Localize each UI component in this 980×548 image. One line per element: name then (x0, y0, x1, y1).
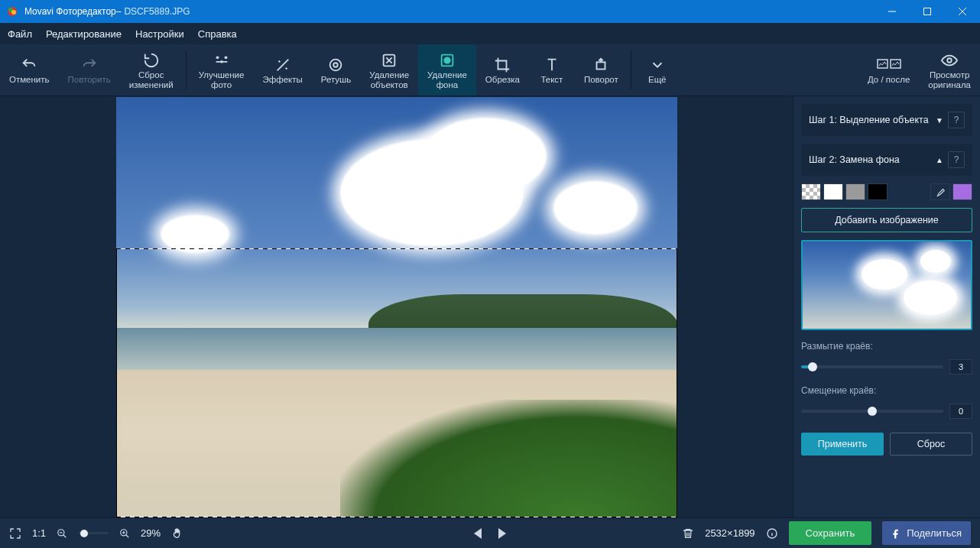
svg-point-15 (947, 58, 952, 63)
retouch-button[interactable]: Ретушь (312, 44, 361, 96)
rotate-button[interactable]: Поворот (575, 44, 628, 96)
share-button[interactable]: Поделиться (882, 521, 971, 545)
offset-value[interactable]: 0 (949, 404, 972, 419)
add-image-button[interactable]: Добавить изображение (801, 208, 972, 232)
redo-button[interactable]: Повторить (59, 44, 120, 96)
swatch-grey[interactable] (845, 183, 865, 200)
view-original-button[interactable]: Просмотр оригинала (919, 44, 980, 96)
file-name: DSCF5889.JPG (124, 6, 190, 17)
zoom-out-button[interactable] (57, 528, 67, 539)
swatch-black[interactable] (868, 183, 888, 200)
svg-point-7 (330, 60, 342, 71)
photo-preview (116, 97, 677, 517)
facebook-icon (891, 528, 902, 539)
effects-button[interactable]: Эффекты (253, 44, 311, 96)
scale-11-button[interactable]: 1:1 (32, 527, 46, 539)
delete-objects-button[interactable]: Удаление объектов (360, 44, 418, 96)
eyedropper-button[interactable] (930, 183, 950, 200)
swatch-white[interactable] (823, 183, 843, 200)
chevron-up-icon: ▲ (936, 156, 943, 164)
zoom-slider[interactable] (78, 532, 109, 534)
svg-rect-3 (924, 8, 931, 15)
enhance-button[interactable]: Улучшение фото (190, 44, 254, 96)
zoom-in-button[interactable] (119, 528, 130, 539)
info-button[interactable] (766, 527, 778, 540)
text-button[interactable]: Текст (529, 44, 575, 96)
step-1-header[interactable]: Шаг 1: Выделение объекта ▼ ? (801, 104, 972, 136)
close-button[interactable] (945, 0, 980, 23)
svg-point-2 (11, 10, 16, 15)
step-1-help-button[interactable]: ? (948, 112, 965, 128)
toolbar-separator (186, 50, 187, 89)
blur-slider[interactable] (801, 365, 943, 368)
offset-label: Смещение краёв: (801, 385, 972, 396)
svg-point-11 (444, 57, 449, 63)
minimize-button[interactable] (875, 0, 910, 23)
menu-file[interactable]: Файл (8, 28, 32, 40)
apply-button[interactable]: Применить (801, 433, 884, 456)
right-panel: Шаг 1: Выделение объекта ▼ ? Шаг 2: Заме… (793, 96, 980, 517)
blur-value[interactable]: 3 (949, 359, 972, 375)
background-swatches (801, 183, 972, 200)
menubar: Файл Редактирование Настройки Справка (0, 23, 980, 44)
menu-edit[interactable]: Редактирование (46, 28, 122, 40)
offset-slider[interactable] (801, 410, 943, 413)
next-image-button[interactable] (497, 528, 506, 539)
statusbar: 1:1 29% 2532×1899 Сохранить Поделиться (0, 517, 980, 548)
background-thumbnail[interactable] (801, 240, 972, 330)
hand-tool-button[interactable] (171, 527, 183, 540)
title-separator: – (116, 6, 122, 17)
prev-image-button[interactable] (474, 528, 483, 539)
trash-button[interactable] (682, 527, 694, 540)
titlebar: Movavi Фоторедактор – DSCF5889.JPG (0, 0, 980, 23)
before-after-button[interactable]: До / после (858, 44, 919, 96)
workspace: Шаг 1: Выделение объекта ▼ ? Шаг 2: Заме… (0, 96, 980, 517)
reset-button[interactable]: Сброс (890, 433, 972, 456)
more-button[interactable]: Ещё (634, 44, 680, 96)
image-dimensions: 2532×1899 (705, 527, 754, 539)
app-title: Movavi Фоторедактор (24, 6, 116, 17)
toolbar-separator (631, 50, 631, 89)
reset-changes-button[interactable]: Сброс изменений (120, 44, 183, 96)
undo-button[interactable]: Отменить (0, 44, 59, 96)
delete-background-button[interactable]: Удаление фона (418, 44, 476, 96)
chevron-down-icon: ▼ (936, 116, 943, 125)
swatch-transparent[interactable] (801, 183, 821, 200)
svg-point-8 (334, 63, 339, 67)
crop-button[interactable]: Обрезка (476, 44, 529, 96)
step-2-help-button[interactable]: ? (948, 151, 965, 168)
save-button[interactable]: Сохранить (789, 521, 872, 545)
toolbar: Отменить Повторить Сброс изменений Улучш… (0, 44, 980, 96)
menu-settings[interactable]: Настройки (135, 28, 184, 40)
maximize-button[interactable] (910, 0, 945, 23)
step-2-header[interactable]: Шаг 2: Замена фона ▲ ? (801, 144, 972, 176)
blur-label: Размытие краёв: (801, 341, 972, 352)
canvas-area[interactable] (0, 96, 793, 517)
svg-rect-12 (597, 63, 605, 70)
swatch-custom-color[interactable] (952, 183, 972, 200)
app-logo-icon (6, 5, 18, 18)
zoom-percent: 29% (141, 527, 161, 539)
menu-help[interactable]: Справка (198, 28, 237, 40)
fullscreen-button[interactable] (9, 527, 21, 540)
